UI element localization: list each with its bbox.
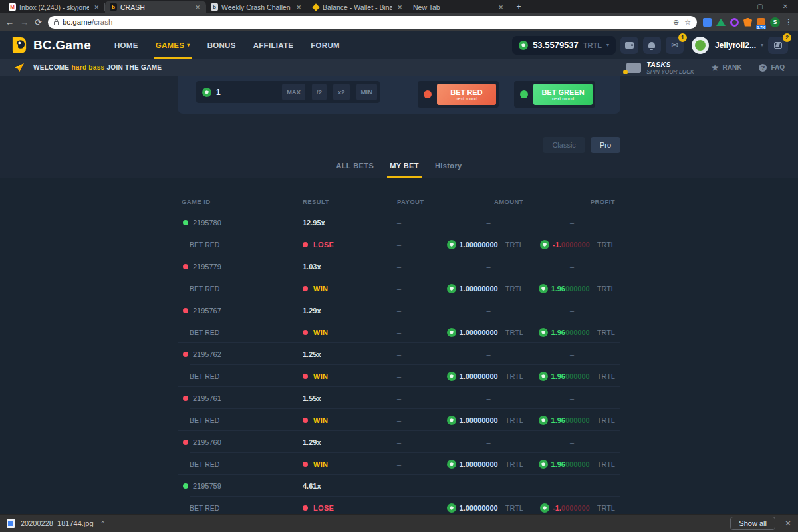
- download-filename[interactable]: 20200228_181744.jpg: [21, 519, 94, 527]
- bcgame-logo[interactable]: BC.Game: [10, 36, 91, 54]
- tab-new[interactable]: New Tab ✕: [408, 1, 509, 13]
- nav-forum[interactable]: FORUM: [302, 31, 348, 59]
- tab-my-bet[interactable]: MY BET: [387, 158, 422, 178]
- extension-blue-icon[interactable]: [703, 18, 712, 27]
- balance-selector[interactable]: 53.5579537 TRTL ▾: [512, 36, 616, 55]
- chat-button[interactable]: 2: [768, 37, 788, 54]
- close-window-icon[interactable]: ✕: [773, 0, 798, 13]
- bet-red-button[interactable]: BET RED next round: [437, 84, 496, 105]
- close-icon[interactable]: ✕: [497, 4, 505, 11]
- max-button[interactable]: MAX: [282, 84, 305, 100]
- maximize-icon[interactable]: ▢: [747, 0, 773, 13]
- tab-crash[interactable]: b CRASH ✕: [105, 1, 206, 13]
- table-row-game[interactable]: 21957601.29x–––: [178, 431, 620, 453]
- refresh-icon[interactable]: ⟳: [35, 17, 42, 27]
- amount-cell: 1.00000000TRTL: [454, 284, 523, 293]
- red-dot-icon: [183, 352, 188, 357]
- extension-purple-icon[interactable]: [730, 18, 739, 27]
- nav-home[interactable]: HOME: [106, 31, 147, 59]
- close-shelf-icon[interactable]: ✕: [785, 519, 791, 528]
- bookmark-icon[interactable]: ☆: [684, 18, 691, 27]
- messages-button[interactable]: ✉ 1: [666, 37, 684, 54]
- metamask-icon[interactable]: [743, 18, 752, 27]
- notifications-button[interactable]: [643, 37, 661, 54]
- menu-icon[interactable]: ⋮: [785, 17, 793, 27]
- red-dot-icon: [183, 308, 188, 313]
- minimize-icon[interactable]: —: [722, 0, 747, 13]
- tab-weekly-crash[interactable]: b Weekly Crash Challenge - Red R ✕: [206, 1, 307, 13]
- table-row-game[interactable]: 21957594.61x–––: [178, 475, 620, 497]
- nav-affiliate[interactable]: AFFILIATE: [245, 31, 303, 59]
- extension-badge-count: 8.7K: [756, 25, 766, 29]
- half-button[interactable]: /2: [312, 84, 327, 100]
- rank-link[interactable]: ★ RANK: [712, 63, 742, 72]
- chevron-up-icon[interactable]: ⌃: [100, 520, 106, 527]
- drive-extension-icon[interactable]: [716, 19, 726, 26]
- pro-button[interactable]: Pro: [591, 137, 620, 153]
- tab-all-bets[interactable]: ALL BETS: [333, 158, 376, 178]
- green-dot-icon: [183, 483, 188, 489]
- table-row-game[interactable]: 219578012.95x–––: [178, 211, 620, 233]
- table-header-row: GAME ID RESULT PAYOUT AMOUNT PROFIT: [178, 178, 620, 211]
- profit-cell: –: [523, 482, 620, 490]
- show-all-button[interactable]: Show all: [730, 517, 775, 530]
- payout-cell: –: [380, 329, 454, 336]
- url-path: /crash: [92, 18, 112, 26]
- bet-green-button[interactable]: BET GREEN next round: [533, 84, 593, 105]
- close-icon[interactable]: ✕: [295, 4, 303, 11]
- user-avatar[interactable]: [692, 37, 709, 54]
- classic-button[interactable]: Classic: [543, 137, 585, 153]
- table-row-bet: BET REDWIN–1.00000000TRTL1.96000000TRTL: [178, 365, 620, 387]
- nav-games[interactable]: GAMES▾: [147, 31, 199, 59]
- new-tab-button[interactable]: +: [513, 1, 524, 12]
- amount-cell: –: [454, 394, 523, 402]
- header-result: RESULT: [294, 198, 380, 205]
- bcgame-icon: b: [110, 3, 117, 11]
- payout-cell: –: [380, 504, 454, 512]
- game-id-cell: 2195762: [178, 350, 294, 358]
- table-row-game[interactable]: 21957611.55x–––: [178, 387, 620, 409]
- amount-cell: 1.00000000TRTL: [454, 460, 523, 469]
- double-button[interactable]: x2: [333, 84, 350, 100]
- amount-cell: 1.00000000TRTL: [454, 416, 523, 425]
- amount-cell: 1.00000000TRTL: [454, 503, 523, 513]
- table-row-game[interactable]: 21957791.03x–––: [178, 255, 620, 277]
- back-icon[interactable]: ←: [5, 17, 14, 27]
- table-row-game[interactable]: 21957621.25x–––: [178, 343, 620, 365]
- close-icon[interactable]: ✕: [396, 4, 404, 11]
- tasks-link[interactable]: TASKS SPIN YOUR LUCK: [626, 61, 694, 75]
- trtl-coin-icon: [447, 503, 456, 513]
- extension-badge-icon[interactable]: 8.7K: [757, 18, 765, 27]
- wallet-button[interactable]: [620, 37, 638, 54]
- nav-bonus[interactable]: BONUS: [199, 31, 245, 59]
- amount-cell: 1.00000000TRTL: [454, 328, 523, 337]
- close-icon[interactable]: ✕: [92, 4, 100, 11]
- result-cell: 1.55x: [294, 394, 380, 402]
- profit-cell: –: [523, 307, 620, 315]
- browser-profile-avatar[interactable]: S: [770, 17, 780, 27]
- tab-title: Inbox (2,243) - skyjones84@gma: [19, 3, 89, 11]
- faq-link[interactable]: ? FAQ: [759, 64, 785, 72]
- profit-cell: 1.96000000TRTL: [523, 328, 620, 337]
- tab-binance[interactable]: Balance - Wallet - Binance ✕: [307, 1, 408, 13]
- tab-gmail[interactable]: M Inbox (2,243) - skyjones84@gma ✕: [4, 1, 105, 13]
- url-bar[interactable]: bc.game/crash ⊕ ☆: [48, 16, 697, 29]
- bet-amount-input[interactable]: 1 MAX /2 x2 MIN: [196, 81, 380, 103]
- forward-icon[interactable]: →: [20, 17, 29, 27]
- profit-cell: -1.0000000TRTL: [523, 503, 620, 513]
- chevron-down-icon[interactable]: ▾: [761, 42, 763, 48]
- trtl-coin-icon: [447, 328, 456, 337]
- megaphone-icon: [13, 63, 25, 72]
- min-button[interactable]: MIN: [356, 84, 377, 100]
- username: Jellyroll2...: [715, 41, 756, 50]
- red-dot-icon: [303, 462, 308, 467]
- table-row-game[interactable]: 21957671.29x–––: [178, 299, 620, 321]
- payout-cell: –: [380, 263, 454, 271]
- game-id-cell: 2195779: [178, 263, 294, 271]
- url-text[interactable]: bc.game/crash: [63, 18, 669, 26]
- target-icon[interactable]: ⊕: [673, 18, 679, 27]
- green-dot-icon: [520, 90, 528, 98]
- amount-cell: –: [454, 263, 523, 271]
- tab-history[interactable]: History: [432, 158, 465, 178]
- close-icon[interactable]: ✕: [194, 4, 201, 11]
